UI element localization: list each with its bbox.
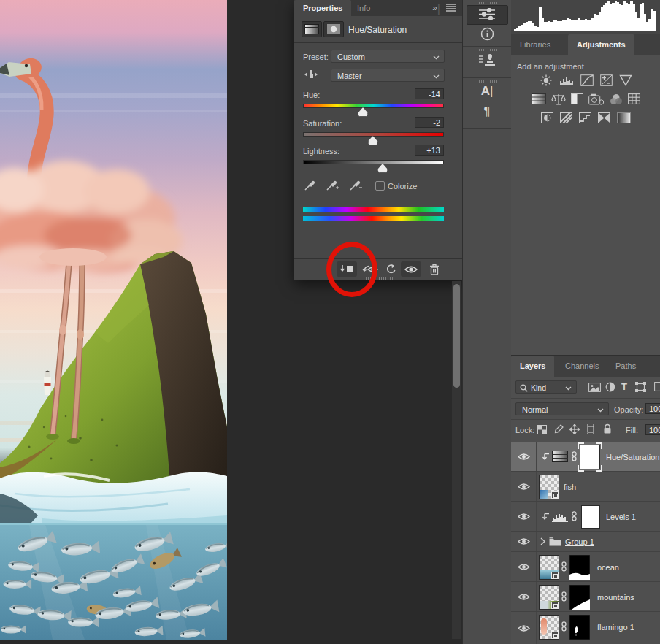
view-previous-state-button[interactable] (360, 261, 380, 277)
brightness-contrast-icon[interactable] (540, 74, 553, 86)
panel-resize-grip[interactable] (364, 277, 393, 280)
channel-select[interactable]: Master (331, 69, 445, 82)
visibility-eye-icon[interactable] (511, 532, 537, 551)
lock-artboard-icon[interactable] (586, 424, 596, 434)
tab-channels[interactable]: Channels (556, 356, 607, 377)
filter-type-layers-icon[interactable]: T (621, 381, 627, 392)
curves-icon[interactable] (580, 74, 594, 86)
eyedropper-minus-icon[interactable] (350, 179, 363, 191)
gradient-map-icon[interactable] (617, 112, 631, 123)
visibility-eye-icon[interactable] (511, 502, 537, 531)
mask-link-icon[interactable] (571, 451, 578, 461)
clone-source-dock-icon[interactable] (463, 53, 511, 69)
hue-saturation-icon[interactable] (532, 93, 546, 105)
lock-transparency-icon[interactable] (537, 425, 547, 434)
lightness-value[interactable]: +13 (415, 145, 444, 156)
preset-select[interactable]: Custom (331, 50, 445, 63)
visibility-eye-icon[interactable] (511, 582, 537, 611)
tab-adjustments[interactable]: Adjustments (568, 34, 634, 55)
layer-name[interactable]: Hue/Saturation (606, 453, 659, 461)
layer-row-flamingo-1[interactable]: flamingo 1 (511, 612, 660, 644)
layer-name[interactable]: Levels 1 (606, 513, 636, 521)
layer-mask-thumbnail[interactable] (569, 585, 590, 610)
layer-mask-icon[interactable] (323, 21, 344, 37)
levels-layer-icon[interactable] (552, 512, 568, 522)
layer-name[interactable]: fish (564, 483, 576, 491)
visibility-eye-icon[interactable] (511, 612, 537, 644)
layer-mask-thumbnail[interactable] (581, 505, 600, 529)
layer-row-mountains[interactable]: mountains (511, 582, 660, 612)
panel-menu-icon[interactable] (446, 4, 456, 12)
group-expand-arrow-icon[interactable] (540, 537, 545, 545)
filter-pixel-layers-icon[interactable] (588, 383, 601, 392)
lock-image-icon[interactable] (553, 424, 564, 434)
layer-row-hue-saturation[interactable]: Hue/Saturation (511, 442, 660, 472)
eyedropper-plus-icon[interactable] (326, 179, 339, 191)
scrollbar-thumb[interactable] (453, 284, 460, 388)
filter-shape-layers-icon[interactable] (635, 382, 646, 392)
photo-filter-icon[interactable] (588, 93, 605, 105)
tab-layers[interactable]: Layers (511, 356, 554, 377)
properties-dock-icon[interactable] (463, 8, 511, 20)
mask-link-icon[interactable] (561, 591, 567, 602)
color-lookup-icon[interactable] (628, 93, 640, 105)
tab-info[interactable]: Info (348, 0, 379, 16)
invert-icon[interactable] (541, 112, 553, 123)
blend-mode-select[interactable]: Normal (515, 402, 609, 415)
tab-libraries[interactable]: Libraries (511, 34, 559, 55)
clip-to-layer-button[interactable] (337, 261, 357, 277)
filter-kind-select[interactable]: Kind (515, 380, 577, 394)
visibility-toggle-button[interactable] (401, 261, 421, 277)
hue-slider-thumb[interactable] (358, 107, 368, 117)
document-canvas[interactable] (0, 0, 227, 640)
layer-row-ocean[interactable]: ocean (511, 552, 660, 582)
opacity-value[interactable]: 100% (645, 403, 660, 414)
lightness-slider-track[interactable] (303, 160, 444, 164)
eyedropper-icon[interactable] (304, 179, 316, 191)
lock-all-icon[interactable] (603, 423, 612, 434)
saturation-slider-track[interactable] (303, 132, 444, 137)
visibility-eye-icon[interactable] (511, 552, 537, 581)
hue-slider-track[interactable] (303, 104, 444, 108)
layer-thumbnail[interactable] (539, 615, 559, 640)
color-balance-icon[interactable] (551, 93, 566, 105)
fill-value[interactable]: 100% (645, 424, 660, 435)
layer-row-fish[interactable]: fish (511, 472, 660, 502)
channel-mixer-icon[interactable] (610, 93, 623, 105)
reset-button[interactable] (380, 261, 401, 277)
mask-link-icon[interactable] (561, 561, 567, 572)
filter-smart-object-icon[interactable] (654, 382, 660, 391)
black-white-icon[interactable] (571, 93, 583, 105)
hue-saturation-layer-icon[interactable] (552, 451, 568, 462)
layer-name[interactable]: flamingo 1 (597, 623, 634, 632)
posterize-icon[interactable] (560, 112, 572, 123)
on-image-adjustment-tool-icon[interactable] (304, 69, 318, 80)
paragraph-dock-icon[interactable]: ¶ (463, 104, 511, 119)
layer-mask-thumbnail[interactable] (569, 615, 590, 640)
selective-color-icon[interactable] (598, 112, 610, 123)
layer-row-levels-1[interactable]: Levels 1 (511, 502, 660, 532)
visibility-eye-icon[interactable] (511, 442, 537, 471)
layer-thumbnail[interactable] (539, 585, 559, 610)
layer-name[interactable]: Group 1 (565, 537, 594, 546)
character-dock-icon[interactable]: A| (463, 84, 511, 99)
saturation-value[interactable]: -2 (415, 117, 444, 128)
tab-properties[interactable]: Properties (294, 0, 351, 16)
layer-row-group-1[interactable]: Group 1 (511, 532, 660, 552)
mask-link-icon[interactable] (571, 511, 578, 521)
colorize-checkbox[interactable] (375, 181, 385, 191)
hue-value[interactable]: -14 (415, 88, 444, 99)
lock-position-icon[interactable] (569, 424, 580, 434)
lightness-slider-thumb[interactable] (377, 164, 388, 173)
threshold-icon[interactable] (579, 112, 591, 123)
vibrance-icon[interactable] (619, 74, 632, 86)
collapse-panels-icon[interactable]: » (432, 3, 436, 13)
layer-mask-thumbnail[interactable] (580, 445, 600, 469)
tab-paths[interactable]: Paths (607, 356, 645, 377)
layer-name[interactable]: ocean (597, 563, 619, 572)
visibility-eye-icon[interactable] (511, 472, 537, 501)
levels-icon[interactable] (559, 74, 574, 86)
filter-adjustment-layers-icon[interactable] (605, 382, 615, 392)
exposure-icon[interactable] (600, 74, 613, 86)
layer-mask-thumbnail[interactable] (569, 555, 590, 580)
